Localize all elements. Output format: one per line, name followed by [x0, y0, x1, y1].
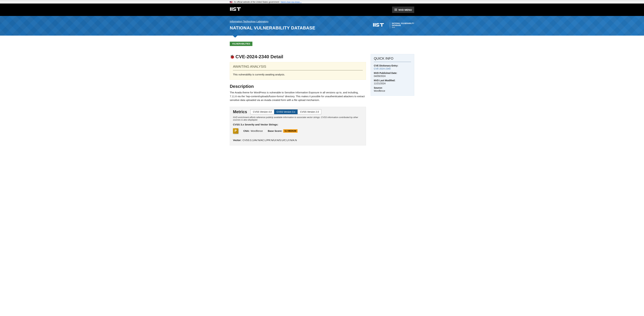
metrics-heading: Metrics	[233, 110, 247, 114]
cna-label: CNA:	[243, 129, 250, 132]
base-score-badge[interactable]: 5.3 MEDIUM	[283, 129, 298, 133]
quickinfo-label: NVD Published Date:	[374, 72, 411, 74]
tab-cvss-4[interactable]: CVSS Version 4.0	[250, 110, 274, 114]
site-header: NVD MENU	[0, 4, 644, 16]
quickinfo-label: NVD Last Modified:	[374, 79, 411, 82]
description-text: The Avada theme for WordPress is vulnera…	[230, 91, 366, 102]
nvd-menu-label: NVD MENU	[398, 9, 412, 11]
lab-link[interactable]: Information Technology Laboratory	[230, 20, 268, 23]
vector-value: CVSS:3.1/AV:N/AC:L/PR:N/UI:N/S:U/C:L/I:N…	[242, 139, 297, 142]
status-box: AWAITING ANALYSIS This vulnerability is …	[230, 62, 366, 80]
tab-cvss-3x[interactable]: CVSS Version 3.x	[274, 110, 298, 114]
vulnerabilities-badge[interactable]: VULNERABILITIES	[230, 42, 252, 46]
gov-banner-link-text: Here's how you know	[280, 1, 300, 3]
gov-banner-text: An official website of the United States…	[234, 1, 279, 3]
nvd-banner: Information Technology Laboratory NATION…	[0, 16, 644, 36]
nist-logo[interactable]	[230, 7, 245, 13]
quickinfo-label: Source:	[374, 87, 411, 89]
nvd-logo-right[interactable]: NATIONAL VULNERABILITY DATABASE NVD	[373, 22, 414, 29]
usa-flag-icon	[230, 1, 232, 3]
quickinfo-value: Wordfence	[374, 90, 411, 92]
page-title-text: CVE-2024-2340 Detail	[236, 54, 283, 60]
description-heading: Description	[230, 84, 366, 89]
vector-label: Vector:	[233, 139, 242, 142]
quickinfo-value: 11/21/2024	[374, 82, 411, 85]
status-text: This vulnerability is currently awaiting…	[233, 73, 363, 76]
quickinfo-box: QUICK INFO CVE Dictionary Entry:CVE-2024…	[371, 54, 414, 96]
nist-logo-small	[373, 23, 388, 28]
quickinfo-title: QUICK INFO	[374, 57, 411, 62]
quickinfo-value: 04/09/2024	[374, 75, 411, 77]
gov-banner: An official website of the United States…	[0, 1, 644, 4]
severity-title: CVSS 3.x Severity and Vector Strings:	[233, 123, 363, 126]
chevron-down-icon: ⌄	[300, 1, 302, 3]
nvd-logo-line2: DATABASE	[392, 25, 414, 27]
nvd-menu-button[interactable]: NVD MENU	[392, 7, 414, 13]
hamburger-icon	[394, 8, 397, 11]
page-title: 🐞 CVE-2024-2340 Detail	[230, 54, 366, 60]
nvd-title[interactable]: NATIONAL VULNERABILITY DATABASE	[230, 25, 315, 31]
base-score-label: Base Score:	[268, 129, 282, 132]
nvd-logo-sub: NVD	[392, 27, 414, 28]
metrics-box: Metrics CVSS Version 4.0 CVSS Version 3.…	[230, 107, 366, 145]
status-title: AWAITING ANALYSIS	[233, 65, 363, 70]
nvd-logo-line1: NATIONAL VULNERABILITY	[392, 23, 414, 25]
metrics-note: NVD enrichment efforts reference publicl…	[233, 116, 363, 121]
banner-pointer-icon	[233, 36, 238, 38]
quickinfo-label: CVE Dictionary Entry:	[374, 64, 411, 67]
provider-icon: P	[233, 128, 238, 134]
cna-value: Wordfence	[251, 129, 263, 132]
gov-banner-link[interactable]: Here's how you know ⌄	[280, 1, 302, 3]
tab-cvss-2[interactable]: CVSS Version 2.0	[298, 110, 321, 114]
quickinfo-link[interactable]: CVE-2024-2340	[374, 67, 411, 70]
cvss-tab-group: CVSS Version 4.0 CVSS Version 3.x CVSS V…	[250, 109, 321, 114]
bug-icon: 🐞	[230, 54, 235, 59]
